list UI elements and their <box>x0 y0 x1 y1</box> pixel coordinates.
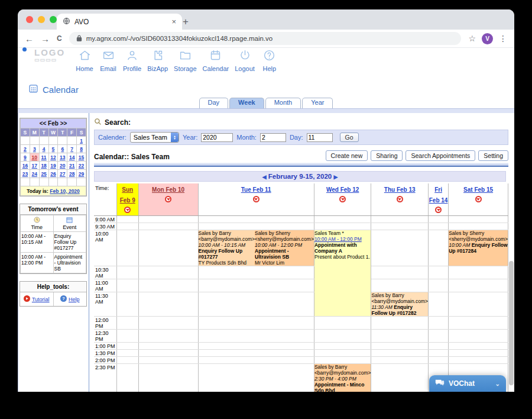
reload-button[interactable]: C <box>57 35 62 42</box>
time-slot-mon-1[interactable] <box>138 223 198 230</box>
mini-day-9[interactable]: 9 <box>21 153 30 162</box>
close-window-button[interactable] <box>26 16 33 23</box>
calendar-select[interactable]: Sales Team ▲▼ <box>130 132 179 143</box>
help-link[interactable]: Help <box>69 296 80 302</box>
search-appointments-button[interactable]: Search Appointments <box>406 150 475 161</box>
time-slot-thu-3[interactable] <box>371 266 429 279</box>
chrome-menu-icon[interactable]: ⋮ <box>499 34 507 43</box>
time-slot-mon-9[interactable] <box>138 350 198 357</box>
time-slot-tue-b-0[interactable] <box>255 216 314 223</box>
mini-day-4[interactable]: 4 <box>39 145 48 153</box>
minimize-window-button[interactable] <box>38 16 45 23</box>
next-week-icon[interactable]: ▶ <box>333 174 338 180</box>
time-slot-sat-0[interactable] <box>449 216 508 223</box>
time-slot-tue-a-3[interactable] <box>198 266 255 279</box>
mini-day-21[interactable]: 21 <box>67 162 77 170</box>
time-slot-fri-6[interactable] <box>429 317 449 330</box>
event-wed-11[interactable]: Sales by Barry<barry@mydomain.com>2:30 P… <box>314 364 371 392</box>
time-slot-sat-4[interactable] <box>449 279 508 292</box>
time-slot-tue-a-11[interactable] <box>198 364 255 392</box>
nav-item-storage[interactable]: Storage <box>174 49 197 72</box>
event-tue-b-2[interactable]: Sales by Sherry<sherry@mydomain.com>10:0… <box>255 230 314 266</box>
event-time-link[interactable]: 10:00 AM - 12:00 PM <box>314 236 362 242</box>
time-slot-sat-8[interactable] <box>449 343 508 350</box>
time-slot-mon-11[interactable] <box>138 364 198 392</box>
time-slot-tue-b-3[interactable] <box>255 266 314 279</box>
time-slot-sat-6[interactable] <box>449 317 508 330</box>
mini-day-14[interactable]: 14 <box>67 153 77 162</box>
scrollbar-thumb[interactable] <box>509 261 514 385</box>
go-button[interactable]: Go <box>340 133 359 142</box>
time-slot-fri-10[interactable] <box>429 357 449 364</box>
time-slot-thu-1[interactable] <box>371 223 429 230</box>
time-slot-thu-0[interactable] <box>371 216 429 223</box>
mini-prev-month[interactable]: << <box>40 120 47 127</box>
event-thu-5[interactable]: Sales by Barry<barry@mydomain.com>11:30 … <box>371 292 429 317</box>
day-link-sat[interactable]: Sat Feb 15 <box>463 186 493 193</box>
add-appointment-icon[interactable] <box>339 196 346 202</box>
mini-day-6[interactable]: 6 <box>58 145 67 153</box>
nav-item-help[interactable]: Help <box>261 49 278 72</box>
setting-button[interactable]: Setting <box>478 150 508 161</box>
bookmark-star-icon[interactable]: ☆ <box>468 34 476 43</box>
add-appointment-icon[interactable] <box>397 196 403 202</box>
time-slot-sun-3[interactable] <box>116 266 138 279</box>
time-slot-tue-b-7[interactable] <box>255 330 314 343</box>
mini-day-10[interactable]: 10 <box>30 153 39 162</box>
time-slot-wed-8[interactable] <box>314 343 371 350</box>
time-slot-sat-5[interactable] <box>449 292 508 317</box>
time-slot-sat-7[interactable] <box>449 330 508 343</box>
event-sat-2[interactable]: Sales by Sherry<sherry@mydomain.com>10:0… <box>449 230 508 266</box>
time-slot-thu-4[interactable] <box>371 279 429 292</box>
tab-year[interactable]: Year <box>302 98 333 108</box>
time-slot-sun-11[interactable] <box>116 364 138 392</box>
time-slot-tue-a-9[interactable] <box>198 350 255 357</box>
mini-day-7[interactable]: 7 <box>67 145 77 153</box>
time-slot-fri-8[interactable] <box>429 343 449 350</box>
help-link-cell[interactable]: ? Help <box>53 292 87 306</box>
nav-item-profile[interactable]: Profile <box>123 49 141 72</box>
mini-day-23[interactable]: 23 <box>21 170 30 178</box>
mini-day-28[interactable]: 28 <box>67 170 77 178</box>
tutorial-link[interactable]: Tutorial <box>32 296 50 302</box>
add-appointment-icon[interactable] <box>435 207 442 213</box>
time-slot-sun-6[interactable] <box>116 317 138 330</box>
time-slot-sun-0[interactable] <box>116 216 138 223</box>
mini-day-29[interactable]: 29 <box>77 170 86 178</box>
mini-day-1[interactable]: 1 <box>77 137 86 145</box>
mini-day-18[interactable]: 18 <box>39 162 48 170</box>
event-wed-2[interactable]: Sales Team *10:00 AM - 12:00 PM Appointm… <box>314 230 371 317</box>
event-tue-a-2[interactable]: Sales by Barry<barry@mydomain.com>10:00 … <box>198 230 255 266</box>
time-slot-sun-4[interactable] <box>116 279 138 292</box>
time-slot-tue-b-10[interactable] <box>255 357 314 364</box>
add-appointment-icon[interactable] <box>475 196 482 202</box>
mini-day-15[interactable]: 15 <box>77 153 86 162</box>
forward-button[interactable]: → <box>41 34 50 43</box>
time-slot-thu-8[interactable] <box>371 343 429 350</box>
time-slot-fri-5[interactable] <box>429 292 449 317</box>
time-slot-tue-a-7[interactable] <box>198 330 255 343</box>
time-slot-tue-b-6[interactable] <box>255 317 314 330</box>
profile-avatar[interactable]: V <box>482 33 493 44</box>
tab-week[interactable]: Week <box>229 98 264 108</box>
nav-item-email[interactable]: Email <box>99 49 117 72</box>
mini-day-26[interactable]: 26 <box>48 170 58 178</box>
mini-next-month[interactable]: >> <box>60 120 67 127</box>
mini-day-2[interactable]: 2 <box>21 145 30 153</box>
time-slot-mon-7[interactable] <box>138 330 198 343</box>
time-slot-tue-b-4[interactable] <box>255 279 314 292</box>
time-slot-tue-b-11[interactable] <box>255 364 314 392</box>
mini-day-22[interactable]: 22 <box>77 162 86 170</box>
nav-item-calendar[interactable]: Calendar <box>203 49 229 72</box>
time-slot-wed-10[interactable] <box>314 357 371 364</box>
time-slot-tue-b-5[interactable] <box>255 292 314 317</box>
mini-day-5[interactable]: 5 <box>48 145 58 153</box>
time-slot-mon-10[interactable] <box>138 357 198 364</box>
time-slot-thu-10[interactable] <box>371 357 429 364</box>
mini-day-20[interactable]: 20 <box>58 162 67 170</box>
nav-item-logout[interactable]: Logout <box>235 49 255 72</box>
time-slot-fri-0[interactable] <box>429 216 449 223</box>
time-slot-sun-9[interactable] <box>116 350 138 357</box>
time-slot-tue-b-9[interactable] <box>255 350 314 357</box>
time-slot-mon-2[interactable] <box>138 230 198 266</box>
